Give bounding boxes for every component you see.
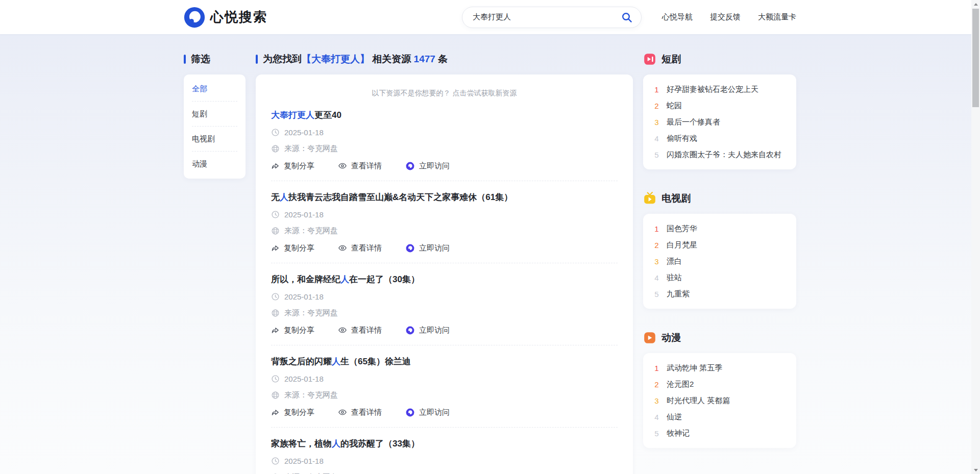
result-title-text: 更至40 bbox=[314, 110, 341, 120]
ranking-item[interactable]: 4 偷听有戏 bbox=[653, 130, 786, 146]
result-separator bbox=[271, 427, 618, 428]
ranking-item[interactable]: 3 最后一个修真者 bbox=[653, 114, 786, 130]
ranking-number: 4 bbox=[653, 413, 660, 421]
clock-icon bbox=[271, 457, 280, 465]
clock-icon bbox=[271, 375, 280, 383]
result-date: 2025-01-18 bbox=[284, 375, 324, 383]
nav-item-navigation[interactable]: 心悦导航 bbox=[662, 12, 693, 22]
view-detail-button[interactable]: 查看详情 bbox=[338, 243, 382, 253]
ranking-item[interactable]: 2 蛇园 bbox=[653, 97, 786, 114]
search-button[interactable] bbox=[620, 10, 634, 24]
result-source: 来源：夸克网盘 bbox=[284, 390, 338, 400]
filter-item-anime[interactable]: 动漫 bbox=[192, 152, 237, 177]
view-detail-button[interactable]: 查看详情 bbox=[338, 161, 382, 171]
search-input[interactable]: 大奉打更人 bbox=[473, 12, 620, 22]
result-title-highlight: 人 bbox=[332, 357, 340, 366]
result-title-text: 扶我青云志我自踏雪至山巅&名动天下之家事难休（61集） bbox=[288, 192, 512, 202]
ranking-item[interactable]: 3 漂白 bbox=[653, 253, 786, 269]
visit-now-button[interactable]: 立即访问 bbox=[405, 243, 450, 253]
globe-icon bbox=[271, 309, 280, 317]
result-actions: 复制分享 查看详情 bbox=[271, 160, 618, 171]
ranking-number: 1 bbox=[653, 364, 660, 372]
result-title[interactable]: 背叛之后的闪耀人生（65集）徐兰迪 bbox=[271, 356, 618, 368]
results-accent-bar bbox=[256, 55, 258, 64]
search-bar[interactable]: 大奉打更人 bbox=[462, 7, 642, 28]
ranking-item[interactable]: 1 武动乾坤 第五季 bbox=[653, 360, 786, 376]
refresh-notice-link[interactable]: 以下资源不是你想要的？ 点击尝试获取新资源 bbox=[271, 88, 618, 98]
result-title-highlight: 人 bbox=[332, 439, 340, 448]
share-icon bbox=[271, 326, 280, 335]
result-title[interactable]: 大奉打更人更至40 bbox=[271, 109, 618, 121]
ranking-item[interactable]: 1 国色芳华 bbox=[653, 220, 786, 237]
visit-now-button[interactable]: 立即访问 bbox=[405, 161, 450, 171]
result-title[interactable]: 无人扶我青云志我自踏雪至山巅&名动天下之家事难休（61集） bbox=[271, 191, 618, 204]
ranking-label: 好孕甜妻被钻石老公宠上天 bbox=[667, 85, 758, 94]
tv-icon bbox=[643, 192, 656, 205]
ranking-label: 牧神记 bbox=[667, 429, 690, 438]
copy-share-button[interactable]: 复制分享 bbox=[271, 243, 314, 253]
filter-item-all[interactable]: 全部 bbox=[192, 77, 237, 102]
ranking-item[interactable]: 1 好孕甜妻被钻石老公宠上天 bbox=[653, 81, 786, 97]
copy-share-button[interactable]: 复制分享 bbox=[271, 326, 314, 335]
copy-share-button[interactable]: 复制分享 bbox=[271, 408, 314, 417]
ranking-item[interactable]: 5 闪婚京圈太子爷：夫人她来自农村 bbox=[653, 146, 786, 163]
result-title[interactable]: 家族将亡，植物人的我苏醒了（33集） bbox=[271, 438, 618, 450]
brand-logo[interactable]: 心悦搜索 bbox=[184, 7, 267, 28]
ranking-item[interactable]: 5 九重紫 bbox=[653, 286, 786, 302]
ranking-item[interactable]: 2 白月梵星 bbox=[653, 237, 786, 253]
ranking-item[interactable]: 5 牧神记 bbox=[653, 425, 786, 441]
result-date-row: 2025-01-18 bbox=[271, 291, 618, 302]
nav-item-feedback[interactable]: 提交反馈 bbox=[710, 12, 741, 22]
short-drama-icon bbox=[643, 53, 656, 66]
results-header-suffix: 条 bbox=[435, 54, 448, 64]
result-date: 2025-01-18 bbox=[284, 457, 324, 465]
result-title-text: 的我苏醒了（33集） bbox=[340, 439, 420, 448]
copy-share-label: 复制分享 bbox=[284, 161, 314, 171]
scrollbar-up-arrow[interactable] bbox=[971, 0, 980, 8]
ranking-item[interactable]: 2 沧元图2 bbox=[653, 376, 786, 392]
ranking-number: 3 bbox=[653, 396, 660, 405]
filter-accent-bar bbox=[184, 55, 186, 64]
copy-share-button[interactable]: 复制分享 bbox=[271, 161, 314, 171]
result-item: 无人扶我青云志我自踏雪至山巅&名动天下之家事难休（61集） 2025-01-18… bbox=[271, 191, 618, 263]
ranking-label: 国色芳华 bbox=[667, 224, 697, 234]
visit-icon bbox=[405, 326, 415, 335]
ranking-section: 电视剧 1 国色芳华 2 白月梵星 3 漂白 4 驻站 5 九重紫 bbox=[643, 192, 796, 309]
ranking-number: 3 bbox=[653, 118, 660, 127]
view-detail-button[interactable]: 查看详情 bbox=[338, 326, 382, 335]
visit-icon bbox=[405, 408, 415, 417]
view-detail-button[interactable]: 查看详情 bbox=[338, 408, 382, 417]
visit-now-label: 立即访问 bbox=[419, 161, 450, 171]
copy-share-label: 复制分享 bbox=[284, 408, 314, 417]
result-source-row: 来源：夸克网盘 bbox=[271, 225, 618, 236]
result-date-row: 2025-01-18 bbox=[271, 455, 618, 466]
ranking-number: 2 bbox=[653, 241, 660, 250]
result-source-row: 来源：夸克网盘 bbox=[271, 471, 618, 474]
scrollbar-down-arrow[interactable] bbox=[971, 466, 980, 474]
ranking-item[interactable]: 4 驻站 bbox=[653, 269, 786, 286]
result-title-text: 生（65集）徐兰迪 bbox=[340, 357, 411, 366]
result-title-text: 无 bbox=[271, 192, 280, 202]
ranking-number: 1 bbox=[653, 224, 660, 233]
eye-icon bbox=[338, 408, 347, 417]
result-source: 来源：夸克网盘 bbox=[284, 226, 338, 236]
globe-icon bbox=[271, 227, 280, 235]
ranking-item[interactable]: 4 仙逆 bbox=[653, 409, 786, 425]
filter-item-short-drama[interactable]: 短剧 bbox=[192, 102, 237, 127]
filter-card: 全部 短剧 电视剧 动漫 bbox=[184, 74, 246, 179]
globe-icon bbox=[271, 391, 280, 400]
filter-item-tv-series[interactable]: 电视剧 bbox=[192, 127, 237, 152]
result-date: 2025-01-18 bbox=[284, 210, 324, 219]
result-title[interactable]: 所以，和金牌经纪人在一起了（30集） bbox=[271, 273, 618, 286]
scrollbar[interactable] bbox=[971, 0, 980, 474]
nav-item-data-card[interactable]: 大额流量卡 bbox=[758, 12, 796, 22]
visit-now-label: 立即访问 bbox=[419, 243, 450, 253]
visit-now-button[interactable]: 立即访问 bbox=[405, 326, 450, 335]
visit-now-button[interactable]: 立即访问 bbox=[405, 408, 450, 417]
ranking-label: 武动乾坤 第五季 bbox=[667, 363, 722, 373]
scrollbar-thumb[interactable] bbox=[972, 9, 979, 107]
ranking-section: 动漫 1 武动乾坤 第五季 2 沧元图2 3 时光代理人 英都篇 4 仙逆 5 … bbox=[643, 331, 796, 448]
ranking-item[interactable]: 3 时光代理人 英都篇 bbox=[653, 392, 786, 409]
results-header-middle: 相关资源 bbox=[370, 54, 414, 64]
view-detail-label: 查看详情 bbox=[351, 243, 382, 253]
